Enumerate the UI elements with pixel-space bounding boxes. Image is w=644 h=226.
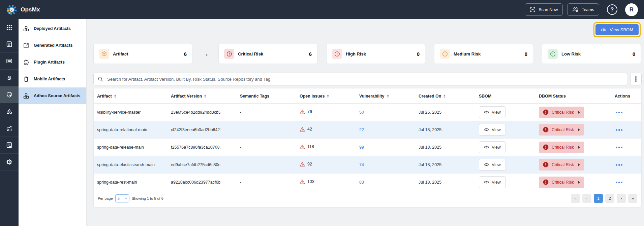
arrow-right-icon: → (192, 44, 218, 64)
column-header[interactable]: SBOM (476, 88, 535, 104)
summary-card-label: Low Risk (561, 51, 581, 57)
search-input[interactable] (106, 76, 623, 82)
vulnerability-count-link[interactable]: 50 (359, 110, 364, 115)
rail-item-apps[interactable] (0, 19, 19, 36)
column-header[interactable]: Open Issues (296, 88, 356, 104)
summary-card-value: 6 (184, 51, 187, 57)
vulnerability-count-link[interactable]: 99 (359, 145, 364, 150)
rail-item-report-check[interactable] (0, 36, 19, 53)
scan-now-button[interactable]: Scan Now (525, 3, 563, 16)
per-page-select[interactable]: 5 (115, 194, 129, 202)
table-row: visibility-service-master 23e6f5ce4b2dd9… (94, 104, 641, 121)
dbom-status-label: Critical Risk (552, 162, 574, 167)
sidebar-item[interactable]: Generated Artifacts (19, 37, 86, 54)
sbom-view-button[interactable]: View (479, 124, 506, 136)
eye-icon (484, 110, 489, 114)
showing-text: Showing 1 to 5 of 6 (132, 196, 163, 200)
open-issues-count: 92 (307, 162, 312, 166)
column-header[interactable]: Created On (415, 88, 476, 104)
rail-item-bug[interactable] (0, 70, 19, 86)
apps-grid-icon (6, 24, 12, 31)
caret-right-icon (578, 163, 580, 166)
risk-alert-icon (442, 51, 448, 57)
eye-icon (484, 163, 489, 166)
first-page-button[interactable]: « (571, 194, 580, 203)
column-header[interactable]: Semantic Tags (237, 88, 296, 104)
eye-icon (484, 180, 489, 184)
dbom-status-badge[interactable]: Critical Risk (539, 107, 584, 118)
sbom-view-button[interactable]: View (479, 176, 506, 188)
vulnerability-count-link[interactable]: 83 (359, 180, 364, 185)
sbom-view-label: View (492, 110, 501, 115)
help-button[interactable]: ? (607, 4, 617, 15)
rail-item-list-card[interactable] (0, 53, 19, 70)
view-sbom-highlight: View SBOM (593, 22, 641, 37)
row-actions-button[interactable] (615, 127, 624, 133)
dbom-status-badge[interactable]: Critical Risk (539, 177, 584, 188)
row-actions-button[interactable] (615, 145, 624, 150)
sbom-view-button[interactable]: View (479, 159, 506, 171)
column-header[interactable]: Artifact (94, 88, 167, 104)
bug-icon (6, 75, 12, 81)
rail-item-shapes[interactable] (0, 103, 19, 120)
column-header[interactable]: Artifact Version (167, 88, 237, 104)
table-row: spring-data-elasticsearch-main ed9abce7a… (94, 156, 641, 174)
user-avatar[interactable]: R (625, 3, 638, 16)
table-row: spring-data-relational-main cf242f3eeea6… (94, 121, 641, 139)
table-row: spring-data-release-main f25576a7c896fa3… (94, 139, 641, 156)
sbom-view-button[interactable]: View (479, 141, 506, 153)
row-actions-button[interactable] (615, 162, 624, 167)
sort-icon[interactable] (114, 95, 116, 98)
column-header[interactable]: Actions (611, 88, 641, 104)
sidebar-item[interactable]: Plugin Artifacts (19, 54, 86, 71)
artifact-version: 23e6f5ce4b2dd924dd3cb500f1 (171, 110, 220, 115)
teams-button[interactable]: Teams (567, 3, 599, 16)
next-page-button[interactable]: › (617, 194, 626, 203)
sort-icon[interactable] (387, 95, 389, 98)
semantic-tags: - (240, 110, 241, 115)
sidebar-item[interactable]: Deployed Artifacts (19, 20, 86, 37)
caret-right-icon (578, 111, 580, 114)
sidebar-item[interactable]: Mobile Artifacts (19, 71, 86, 87)
column-header[interactable]: DBOM Status (535, 88, 611, 104)
rail-item-checklist[interactable] (0, 137, 19, 154)
view-sbom-button[interactable]: View SBOM (595, 24, 639, 35)
kebab-menu-button[interactable] (630, 73, 642, 85)
warning-triangle-icon (300, 127, 305, 132)
brand[interactable]: OpsMx (6, 4, 40, 15)
dbom-status-badge[interactable]: Critical Risk (539, 124, 584, 136)
created-on: Jul 18, 2025 (419, 145, 441, 150)
prev-page-button[interactable]: ‹ (582, 194, 591, 203)
artifact-name: spring-data-elasticsearch-main (97, 162, 161, 167)
row-actions-button[interactable] (615, 110, 624, 115)
sbom-view-button[interactable]: View (479, 106, 506, 118)
settings-gear-icon (6, 159, 12, 165)
page-toolbar: View SBOM (93, 19, 642, 44)
dbom-status-badge[interactable]: Critical Risk (539, 142, 584, 153)
sort-icon[interactable] (327, 95, 329, 98)
last-page-button[interactable]: » (628, 194, 637, 203)
column-header[interactable]: Vulnerability (356, 88, 415, 104)
row-actions-button[interactable] (615, 180, 624, 185)
artifact-version: cf242f3eeea6b0ad2bb6422440 (171, 127, 220, 132)
vulnerability-count-link[interactable]: 22 (359, 127, 364, 132)
table-row: spring-data-rest-main a9218acc006d23977a… (94, 174, 641, 191)
sort-icon[interactable] (204, 95, 206, 98)
created-on: Jul 18, 2025 (419, 162, 441, 167)
sbom-view-label: View (492, 127, 501, 132)
dbom-status-badge[interactable]: Critical Risk (539, 159, 584, 171)
vulnerability-count-link[interactable]: 74 (359, 162, 364, 167)
rail-item-settings[interactable] (0, 154, 19, 171)
page-button[interactable]: 1 (594, 194, 603, 203)
artifact-version: a9218acc006d23977acf6bf2db (171, 180, 220, 185)
teams-icon (572, 7, 579, 12)
sort-icon[interactable] (443, 95, 446, 98)
summary-card: Critical Risk 6 (218, 44, 317, 64)
brand-name: OpsMx (21, 6, 40, 13)
sidebar-item[interactable]: Adhoc Source Artifacts (19, 87, 86, 104)
rail-item-analytics[interactable] (0, 120, 19, 137)
risk-alert-icon (334, 51, 340, 57)
sidebar-item-label: Mobile Artifacts (34, 76, 65, 82)
rail-item-shield-lock[interactable] (0, 86, 19, 103)
page-button[interactable]: 2 (605, 194, 614, 203)
